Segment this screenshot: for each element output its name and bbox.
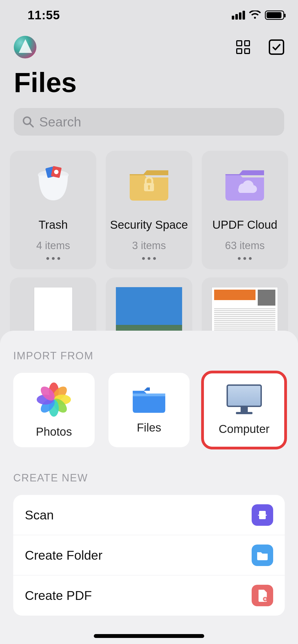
create-pdf-button[interactable]: Create PDF xyxy=(13,575,285,616)
folder-count: 3 items xyxy=(132,240,166,252)
scan-button[interactable]: Scan xyxy=(13,495,285,535)
action-sheet: IMPORT FROM Photos Files Computer xyxy=(0,331,298,644)
import-label: Photos xyxy=(36,425,72,438)
folder-name: Security Space xyxy=(110,218,188,231)
list-label: Scan xyxy=(25,508,54,522)
import-computer-button[interactable]: Computer xyxy=(203,373,285,447)
battery-icon xyxy=(265,10,284,20)
import-photos-button[interactable]: Photos xyxy=(13,373,95,447)
more-icon[interactable] xyxy=(142,257,156,260)
status-bar: 11:55 xyxy=(0,0,298,30)
search-placeholder: Search xyxy=(39,114,81,130)
folder-card-trash[interactable]: Trash 4 items xyxy=(10,151,96,269)
list-label: Create Folder xyxy=(25,548,102,563)
create-section-header: CREATE NEW xyxy=(13,472,285,484)
search-icon xyxy=(22,116,34,128)
folder-name: Trash xyxy=(39,218,68,231)
pdf-icon xyxy=(252,585,273,606)
folder-icon xyxy=(131,386,167,413)
computer-icon xyxy=(226,384,262,415)
folder-name: UPDF Cloud xyxy=(212,218,277,231)
svg-rect-11 xyxy=(258,515,267,516)
view-grid-icon[interactable] xyxy=(236,40,250,54)
import-files-button[interactable]: Files xyxy=(108,373,190,447)
trash-icon xyxy=(30,163,77,204)
status-icons xyxy=(232,10,284,20)
list-label: Create PDF xyxy=(25,588,92,603)
select-mode-button[interactable] xyxy=(269,39,284,55)
photos-icon xyxy=(36,382,72,417)
cellular-icon xyxy=(232,11,245,20)
import-label: Computer xyxy=(219,422,269,436)
svg-rect-8 xyxy=(148,187,150,190)
cloud-folder-icon xyxy=(221,163,268,204)
scan-icon xyxy=(252,504,273,526)
svg-rect-9 xyxy=(133,394,165,396)
app-header xyxy=(0,30,298,58)
create-list: Scan Create Folder Create PDF xyxy=(13,495,285,616)
import-grid: Photos Files Computer xyxy=(13,373,285,447)
wifi-icon xyxy=(249,10,261,20)
folder-count: 4 items xyxy=(36,240,70,252)
folder-card-security[interactable]: Security Space 3 items xyxy=(106,151,192,269)
home-indicator[interactable] xyxy=(94,634,204,638)
more-icon[interactable] xyxy=(238,257,252,260)
lock-folder-icon xyxy=(126,163,172,204)
folder-card-cloud[interactable]: UPDF Cloud 63 items xyxy=(202,151,288,269)
folder-grid: Trash 4 items Security Space 3 items xyxy=(0,136,298,269)
svg-line-1 xyxy=(30,123,33,127)
create-folder-button[interactable]: Create Folder xyxy=(13,535,285,575)
import-section-header: IMPORT FROM xyxy=(13,350,285,362)
folder-icon xyxy=(252,545,273,566)
page-title: Files xyxy=(0,58,298,101)
svg-point-5 xyxy=(54,170,58,174)
avatar[interactable] xyxy=(14,36,36,58)
status-time: 11:55 xyxy=(28,8,60,22)
import-label: Files xyxy=(137,421,161,434)
search-input[interactable]: Search xyxy=(14,108,284,136)
more-icon[interactable] xyxy=(46,257,60,260)
folder-count: 63 items xyxy=(225,240,265,252)
